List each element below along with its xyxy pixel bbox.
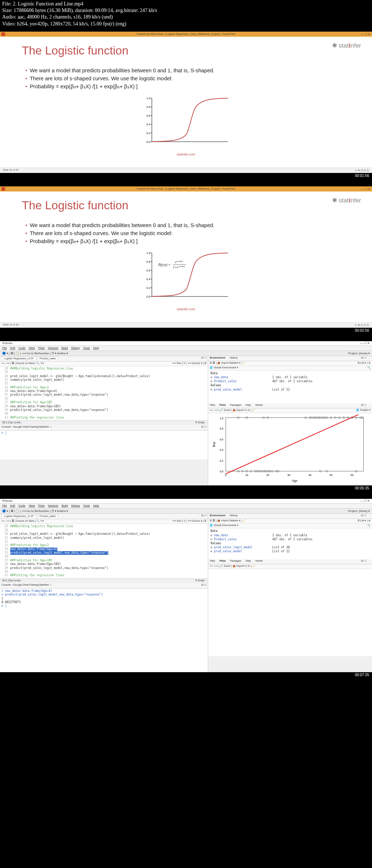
plot-toolbar[interactable]: ⟸ ⟹ | 🔎 Zoom | 📤 Export ▾ | ⊘ | 🧹 [208, 564, 372, 569]
rstudio-menubar[interactable]: FileEditCodeViewPlotsSessionBuildDebugTo… [0, 504, 372, 509]
ppt-window-2: PowerPoint Slide Show - [Logistic Regres… [0, 186, 372, 328]
svg-text:Buy: Buy [212, 441, 216, 447]
svg-text:0.6: 0.6 [146, 269, 151, 272]
svg-text:50: 50 [329, 473, 332, 476]
svg-text:0.0: 0.0 [220, 470, 223, 473]
env-tabs[interactable]: EnvironmentHistory ⊟ ☐ [208, 356, 372, 361]
svg-text:0.0: 0.0 [146, 140, 151, 144]
console-tab[interactable]: Console ~/Google Drive/Training/Statinfe… [0, 425, 208, 431]
env-toolbar[interactable]: ☰ 🖫 | 📥 Import Dataset ▾ | 🧹☰ List ▾ | ⊚ [208, 519, 372, 524]
svg-text:0.6: 0.6 [146, 114, 151, 117]
svg-text:1.0: 1.0 [146, 251, 151, 255]
env-scope[interactable]: 🌐 Global Environment ▾🔍 [208, 524, 372, 528]
window-controls[interactable]: — ☐ ✕ [360, 499, 370, 503]
tab-data: Product_sales [37, 356, 58, 360]
bullet-list: We want a model that predicts probabilit… [25, 222, 350, 244]
chart-caption: statinfer.com [22, 153, 350, 156]
bullet-list: We want a model that predicts probabilit… [25, 68, 350, 89]
timestamp-3: 00:05:35 [0, 485, 372, 492]
env-panel[interactable]: Data ⊙ new_data1 obs. of 1 variable ⊙ Pr… [208, 528, 372, 554]
ppt-titlebar: PowerPoint Slide Show - [Logistic Regres… [0, 32, 372, 37]
svg-text:0.8: 0.8 [146, 260, 151, 263]
svg-text:0.0: 0.0 [146, 295, 151, 298]
source-toolbar[interactable]: ⟸ ⟹ | 🖫 | Source on Save | 🔍 ✎▾ ⟶ Run | … [0, 362, 208, 366]
rstudio-window-2: RStudio — ☐ ✕ FileEditCodeViewPlotsSessi… [0, 499, 372, 672]
tab-script: Logistic Regression_v1.R* [1, 514, 36, 518]
svg-text:0.2: 0.2 [146, 132, 151, 135]
ppt-icon [1, 187, 5, 191]
rstudio-titlebar: RStudio — ☐ ✕ [0, 341, 372, 346]
ppt-status-bar: Slide 16 of 36 ⊕ ⊞ ⊡ ⊟ 吕 [0, 167, 372, 173]
rstudio-window-1: RStudio — ☐ ✕ FileEditCodeViewPlotsSessi… [0, 341, 372, 486]
timestamp-4: 00:07:35 [0, 672, 372, 678]
project-selector[interactable]: Project: (None) ▾ [348, 352, 370, 355]
code-editor[interactable]: 28###Building logistic Regression Line29… [0, 524, 208, 578]
svg-text:1.0: 1.0 [146, 97, 151, 100]
svg-text:0.4: 0.4 [146, 123, 151, 126]
rstudio-toolbar[interactable]: 🔵 ▾ | 🖫 | 📋 | ⟶ Go to file/function | ☰ … [0, 351, 372, 356]
slide-title: The Logistic function [22, 199, 350, 212]
svg-text:0.4: 0.4 [220, 448, 223, 452]
file-info: File: 2. Logistic Function and Line.mp4 … [0, 0, 372, 28]
logistic-chart-2: 0.0 0.2 0.4 0.6 0.8 1.0 P(y|x) = eᵅ⁺ᵝˣ 1… [22, 251, 350, 311]
source-toolbar[interactable]: ⟸ ⟹ | 🖫 | Source on Save | 🔍 ✎▾ ⟶ Run | … [0, 519, 208, 524]
project-selector[interactable]: Project: (None) ▾ [348, 509, 370, 513]
svg-text:1.0: 1.0 [220, 416, 223, 420]
svg-text:40: 40 [308, 473, 311, 476]
slide-title: The Logistic function [22, 44, 350, 57]
logistic-chart-1: 0.0 0.2 0.4 0.6 0.8 1.0 statinfer.com [22, 96, 350, 156]
env-panel[interactable]: Data ⊙ new_data1 obs. of 1 variable ⊙ Pr… [208, 371, 372, 392]
env-tabs[interactable]: EnvironmentHistory ⊟ ☐ [208, 514, 372, 519]
ppt-window-1: PowerPoint Slide Show - [Logistic Regres… [0, 32, 372, 173]
tab-data: Product_sales [37, 514, 58, 518]
source-tabs[interactable]: Logistic Regression_v1.R* Product_sales … [0, 514, 208, 519]
statinfer-logo: ✱ statinfer [332, 197, 361, 204]
svg-text:0.2: 0.2 [146, 286, 151, 290]
plot-tabs[interactable]: FilesPlotsPackagesHelpViewer ⊟ ☐ [208, 403, 372, 408]
svg-text:0.8: 0.8 [146, 105, 151, 109]
window-controls[interactable]: — ☐ ✕ [361, 187, 371, 192]
svg-text:30: 30 [287, 473, 290, 476]
svg-text:0.4: 0.4 [146, 278, 151, 281]
editor-status: 36:1 (Top Level) :R Script : [0, 578, 208, 583]
plot-toolbar[interactable]: ⟸ ⟹ | 🔎 Zoom | 📤 Export ▾ | ⊘ | 🧹🌐 Publi… [208, 408, 372, 413]
rstudio-plot: 0.00.2 0.40.6 0.81.0 010 2030 4050 60 Ag… [208, 413, 372, 486]
timestamp-2: 00:02:56 [0, 328, 372, 334]
statinfer-logo: ✱ statinfer [332, 42, 361, 49]
svg-rect-32 [226, 417, 364, 471]
ppt-status-bar: Slide 16 of 36 ⊕ ⊞ ⊡ ⊟ 吕 [0, 322, 372, 328]
slide-2: ✱ statinfer The Logistic function We wan… [0, 191, 372, 322]
rstudio-toolbar[interactable]: 🔵 ▾ | 🖫 | 📋 | ⟶ Go to file/function | ☰ … [0, 509, 372, 514]
window-controls[interactable]: — ☐ ✕ [361, 32, 371, 37]
rstudio-menubar[interactable]: FileEditCodeViewPlotsSessionBuildDebugTo… [0, 346, 372, 351]
env-scope[interactable]: 🌐 Global Environment ▾🔍 [208, 366, 372, 371]
slide-1: ✱ statinfer The Logistic function We wan… [0, 37, 372, 167]
svg-text:P(y|x) =: P(y|x) = [158, 263, 171, 267]
timestamp-1: 00:01:56 [0, 173, 372, 179]
console-tab[interactable]: Console ~/Google Drive/Training/Statinfe… [0, 583, 208, 589]
r-console[interactable]: > | [0, 431, 208, 460]
plot-tabs[interactable]: FilesPlotsPackagesHelpViewer ⊟ ☐ [208, 559, 372, 564]
svg-text:0.2: 0.2 [220, 459, 223, 462]
svg-text:Age: Age [292, 479, 298, 483]
window-controls[interactable]: — ☐ ✕ [360, 342, 370, 345]
svg-text:60: 60 [351, 473, 353, 476]
svg-line-48 [226, 415, 364, 474]
rstudio-plot-empty [208, 569, 372, 656]
svg-text:0.6: 0.6 [220, 437, 223, 441]
ppt-icon [1, 32, 5, 36]
svg-text:10: 10 [246, 473, 248, 476]
rstudio-titlebar: RStudio — ☐ ✕ [0, 499, 372, 504]
ppt-titlebar: PowerPoint Slide Show - [Logistic Regres… [0, 186, 372, 191]
svg-text:1+eᵅ⁺ᵝˣ: 1+eᵅ⁺ᵝˣ [173, 265, 185, 269]
chart-caption: statinfer.com [22, 307, 350, 311]
svg-text:eᵅ⁺ᵝˣ: eᵅ⁺ᵝˣ [175, 260, 183, 264]
source-tabs[interactable]: Logistic Regression_v1.R* Product_sales … [0, 356, 208, 362]
editor-status: 30:1 (Top Level) :R Script : [0, 420, 208, 425]
env-toolbar[interactable]: ☰ 🖫 | 📥 Import Dataset ▾ | 🧹☰ List ▾ | ⊚ [208, 361, 372, 366]
svg-text:20: 20 [267, 473, 270, 476]
tab-script: Logistic Regression_v1.R* [1, 356, 36, 360]
r-console[interactable]: > new_data<-data.frame(Age=4) > predict(… [0, 589, 208, 672]
svg-text:0.8: 0.8 [220, 427, 223, 430]
code-editor[interactable]: 28###Building logistic Regression Line29… [0, 366, 208, 420]
